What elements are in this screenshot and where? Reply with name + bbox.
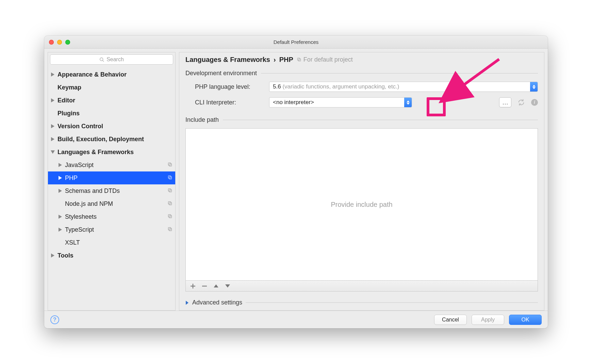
include-path-placeholder: Provide include path (331, 201, 392, 209)
sidebar-item-label: Version Control (57, 123, 172, 130)
sidebar-item-label: PHP (65, 175, 167, 182)
project-level-icon (167, 200, 172, 208)
sidebar: Search Appearance & BehaviorKeymapEditor… (48, 52, 176, 311)
sidebar-item-node-js-and-npm[interactable]: Node.js and NPM (48, 197, 175, 210)
window-title: Default Preferences (44, 39, 548, 45)
configure-interpreters-button[interactable]: … (499, 97, 511, 107)
divider (223, 120, 538, 120)
sidebar-item-build-execution-deployment[interactable]: Build, Execution, Deployment (48, 133, 175, 146)
move-up-button[interactable] (214, 284, 218, 288)
svg-marker-28 (532, 87, 536, 89)
cli-interpreter-value: <no interpreter> (273, 99, 404, 106)
svg-marker-27 (532, 85, 536, 86)
cli-interpreter-label: CLI Interpreter: (195, 99, 263, 106)
dialog-footer: ? Cancel Apply OK (44, 311, 548, 328)
breadcrumb-current: PHP (279, 56, 293, 64)
svg-rect-11 (169, 177, 172, 179)
include-path-list[interactable]: Provide include path (185, 128, 538, 281)
preferences-window: Default Preferences Search Appearance & … (44, 36, 548, 328)
svg-rect-32 (191, 285, 195, 286)
svg-rect-22 (169, 228, 172, 231)
project-level-icon (167, 226, 172, 233)
sidebar-item-languages-frameworks[interactable]: Languages & Frameworks (48, 146, 175, 159)
sidebar-item-tools[interactable]: Tools (48, 249, 175, 262)
window-body: Search Appearance & BehaviorKeymapEditor… (44, 49, 548, 328)
dev-env-header: Development environment (185, 70, 538, 77)
sidebar-item-xslt[interactable]: XSLT (48, 236, 175, 249)
apply-button[interactable]: Apply (472, 315, 504, 325)
sidebar-item-label: Schemas and DTDs (65, 187, 167, 195)
cancel-button[interactable]: Cancel (434, 315, 467, 325)
sidebar-item-php[interactable]: PHP (48, 171, 175, 184)
svg-rect-25 (298, 59, 300, 61)
sidebar-item-editor[interactable]: Editor (48, 94, 175, 107)
search-icon (99, 57, 104, 62)
php-language-level-label: PHP language level: (195, 83, 263, 90)
sidebar-item-schemas-and-dtds[interactable]: Schemas and DTDs (48, 184, 175, 197)
divider (261, 73, 538, 73)
cli-interpreter-select[interactable]: <no interpreter> (269, 97, 412, 107)
svg-marker-36 (186, 301, 188, 305)
breadcrumb-separator-icon: › (274, 56, 276, 64)
settings-tree: Appearance & BehaviorKeymapEditorPlugins… (48, 67, 175, 310)
sidebar-item-label: Editor (57, 97, 172, 104)
svg-marker-5 (51, 137, 54, 141)
search-input[interactable]: Search (50, 54, 173, 65)
info-icon[interactable]: i (531, 99, 538, 106)
svg-rect-14 (169, 189, 172, 192)
help-button[interactable]: ? (50, 315, 59, 324)
remove-button[interactable] (202, 284, 207, 288)
php-language-level-hint: (variadic functions, argument unpacking,… (282, 83, 399, 90)
svg-point-0 (100, 57, 103, 61)
include-path-title: Include path (185, 116, 219, 123)
sidebar-item-label: JavaScript (65, 162, 167, 169)
sidebar-item-label: TypeScript (65, 226, 167, 233)
svg-rect-12 (168, 176, 171, 178)
svg-marker-18 (59, 215, 62, 219)
svg-rect-17 (168, 201, 171, 204)
dropdown-arrows-icon (404, 98, 412, 107)
breadcrumb-parent[interactable]: Languages & Frameworks (185, 56, 270, 64)
titlebar: Default Preferences (44, 36, 548, 49)
sidebar-item-javascript[interactable]: JavaScript (48, 159, 175, 171)
sidebar-item-keymap[interactable]: Keymap (48, 81, 175, 94)
sidebar-item-label: Plugins (57, 110, 172, 117)
svg-marker-3 (51, 98, 54, 102)
svg-line-1 (103, 60, 104, 62)
sidebar-item-label: Stylesheets (65, 213, 167, 220)
sidebar-item-plugins[interactable]: Plugins (48, 107, 175, 120)
reload-icon[interactable] (517, 99, 525, 106)
sidebar-item-label: XSLT (65, 239, 172, 246)
svg-marker-34 (214, 284, 218, 287)
sidebar-item-typescript[interactable]: TypeScript (48, 223, 175, 236)
advanced-settings-label: Advanced settings (192, 299, 242, 306)
svg-rect-8 (169, 164, 172, 166)
ok-button[interactable]: OK (509, 315, 542, 325)
svg-rect-9 (168, 163, 171, 165)
svg-rect-26 (297, 58, 300, 60)
sidebar-item-label: Tools (57, 252, 172, 259)
sidebar-item-label: Keymap (57, 84, 172, 91)
sidebar-item-label: Appearance & Behavior (57, 71, 172, 78)
sidebar-item-stylesheets[interactable]: Stylesheets (48, 210, 175, 223)
svg-marker-10 (59, 176, 62, 180)
svg-marker-2 (51, 72, 54, 77)
project-level-icon (167, 175, 172, 182)
php-language-level-select[interactable]: 5.6 (variadic functions, argument unpack… (269, 82, 538, 92)
advanced-settings-toggle[interactable]: Advanced settings (185, 299, 538, 306)
include-path-section: Provide include path (185, 128, 538, 292)
main-area: Search Appearance & BehaviorKeymapEditor… (44, 49, 548, 311)
move-down-button[interactable] (225, 284, 230, 288)
svg-rect-15 (168, 188, 171, 191)
project-level-icon (167, 187, 172, 195)
svg-rect-19 (169, 215, 172, 218)
svg-rect-20 (168, 214, 171, 217)
content-panel: Languages & Frameworks › PHP For default… (179, 52, 544, 311)
dev-env-title: Development environment (185, 70, 257, 77)
add-button[interactable] (191, 284, 195, 288)
project-level-icon (167, 213, 172, 220)
sidebar-item-appearance-behavior[interactable]: Appearance & Behavior (48, 68, 175, 81)
svg-rect-23 (168, 227, 171, 230)
include-path-toolbar (185, 281, 538, 292)
sidebar-item-version-control[interactable]: Version Control (48, 120, 175, 133)
